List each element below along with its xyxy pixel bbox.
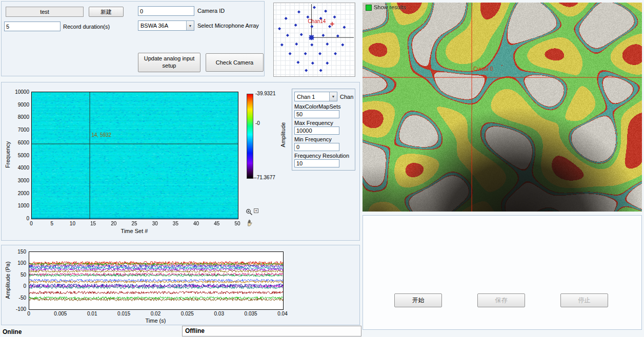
update-analog-input-button[interactable]: Update analog input setup (138, 53, 200, 72)
camera-id-label: Camera ID (197, 8, 225, 14)
record-duration-label: Record duration(s) (63, 24, 110, 30)
new-button[interactable]: 新建 (89, 7, 124, 17)
start-button[interactable]: 开始 (394, 293, 442, 307)
zoom-tool-icon[interactable] (246, 208, 253, 218)
show-results-label: Show results (374, 4, 406, 10)
spectrogram-panel: Frequency 100009000800070006000500040003… (1, 82, 360, 241)
min-frequency-label: Min Frequency (294, 136, 332, 142)
test-name-field[interactable]: test (6, 7, 84, 17)
stop-button[interactable]: 停止 (560, 293, 608, 307)
record-duration-input[interactable] (4, 22, 61, 31)
axis-tick-label: 0.035 (245, 311, 257, 317)
graph-tool-palette: + (246, 208, 258, 229)
chan-label: Chan (340, 94, 353, 100)
min-frequency-input[interactable] (294, 143, 339, 151)
axis-tick-label: -100 (16, 306, 26, 312)
axis-tick-label: 6000 (18, 139, 29, 145)
colorbar-max-label: -39.9321 (255, 91, 275, 96)
axis-tick-label: 50 (21, 271, 26, 277)
axis-tick-label: 20 (111, 221, 116, 226)
chevron-down-icon[interactable]: ▼ (329, 92, 337, 101)
waveform-ylabel: Amplitude (Pa) (5, 262, 11, 299)
axis-tick-label: 100 (17, 260, 26, 266)
axis-tick-label: 8000 (18, 114, 29, 120)
camera-cursor-label: Cursor 0 (473, 66, 493, 72)
axis-tick-label: 5 (50, 221, 53, 226)
action-panel: 开始 保存 停止 (363, 215, 642, 330)
colorbar-min-label: --71.3677 (253, 175, 275, 180)
zoom-mode-icon[interactable]: + (254, 208, 258, 213)
mic-array-label: Select Microphone Array (197, 23, 259, 29)
chan-select[interactable]: Chan 1 ▼ (294, 92, 337, 101)
pan-tool-icon[interactable] (246, 219, 258, 229)
axis-tick-label: 0 (30, 221, 33, 226)
max-colormap-label: MaxColorMapSets (294, 103, 340, 110)
camera-view-panel: Show results Cursor 0 (363, 3, 642, 212)
spectrogram-cursor-label: 14, 5932 (91, 132, 111, 138)
camera-id-input[interactable] (138, 6, 194, 16)
axis-tick-label: 0.03 (214, 311, 224, 317)
axis-tick-label: 0.025 (181, 311, 194, 317)
axis-tick-label: 0.01 (87, 311, 97, 317)
camera-view-canvas[interactable] (363, 3, 642, 212)
axis-tick-label: 9000 (18, 101, 29, 107)
offline-status-box: Offline (182, 326, 361, 336)
axis-tick-label: 25 (131, 221, 137, 226)
acquisition-settings-panel: test 新建 Camera ID Record duration(s) BSW… (1, 1, 265, 76)
colorbar-title: Amplitude (280, 122, 286, 148)
acoustic-camera-app: test 新建 Camera ID Record duration(s) BSW… (0, 0, 644, 337)
max-frequency-input[interactable] (294, 127, 339, 135)
axis-tick-label: 40 (193, 221, 199, 226)
waveform-panel: Amplitude (Pa) 150100500-50-100 00.0050.… (1, 245, 360, 325)
mic-array-select[interactable]: BSWA 36A ▼ (138, 20, 194, 31)
axis-tick-label: 15 (90, 221, 96, 226)
colorbar-mid-label: -0 (255, 120, 260, 126)
spectrogram-settings-box: Chan 1 ▼ Chan MaxColorMapSets Max Freque… (292, 89, 355, 171)
max-frequency-label: Max Frequency (294, 120, 333, 126)
mic-array-select-value: BSWA 36A (140, 23, 168, 29)
spectrogram-xlabel: Time Set # (31, 228, 237, 234)
axis-tick-label: 30 (152, 221, 158, 226)
mic-array-channel-label: Chan14 (308, 18, 326, 24)
frequency-resolution-label: Frequency Resolution (294, 153, 349, 159)
axis-tick-label: 1000 (18, 203, 29, 208)
mic-array-geometry-panel: Chan14 (273, 3, 355, 77)
axis-tick-label: 10000 (15, 89, 29, 95)
mic-array-plot (274, 3, 355, 76)
axis-tick-label: 50 (234, 221, 240, 226)
axis-tick-label: 3000 (18, 177, 29, 183)
axis-tick-label: 35 (173, 221, 178, 226)
save-button[interactable]: 保存 (477, 293, 525, 307)
frequency-resolution-input[interactable] (294, 159, 339, 167)
max-colormap-input[interactable] (294, 110, 339, 118)
axis-tick-label: 0.005 (54, 311, 67, 317)
online-status-label: Online (3, 328, 22, 335)
axis-tick-label: 4000 (18, 165, 29, 171)
axis-tick-label: 0.02 (151, 311, 160, 317)
axis-tick-label: 0 (26, 216, 29, 221)
axis-tick-label: 2000 (18, 190, 29, 196)
axis-tick-label: 0 (23, 283, 26, 289)
spectrogram-xticks: 05101520253035404550 (31, 221, 237, 227)
axis-tick-label: -50 (19, 294, 26, 300)
spectrogram-yticks: 1000090008000700060005000400030002000100… (13, 92, 30, 218)
axis-tick-label: 10 (70, 221, 75, 226)
spectrogram-ylabel: Frequency (5, 141, 11, 168)
waveform-xlabel: Time (s) (29, 318, 283, 324)
waveform-yticks: 150100500-50-100 (11, 251, 27, 309)
check-camera-button[interactable]: Check Camera (206, 53, 264, 72)
show-results-checkbox[interactable] (366, 5, 372, 11)
axis-tick-label: 0.015 (117, 311, 130, 317)
chan-select-value: Chan 1 (297, 94, 315, 100)
axis-tick-label: 45 (214, 221, 219, 226)
waveform-xticks: 00.0050.010.0150.020.0250.030.0350.04 (29, 311, 283, 317)
axis-tick-label: 0.04 (277, 311, 287, 317)
axis-tick-label: 7000 (18, 127, 29, 133)
amplitude-colorbar (247, 94, 253, 179)
axis-tick-label: 0 (27, 311, 30, 317)
spectrogram-canvas[interactable] (31, 92, 238, 219)
axis-tick-label: 150 (17, 249, 26, 255)
chevron-down-icon[interactable]: ▼ (186, 21, 194, 30)
axis-tick-label: 5000 (18, 152, 29, 158)
waveform-canvas[interactable] (29, 251, 284, 310)
